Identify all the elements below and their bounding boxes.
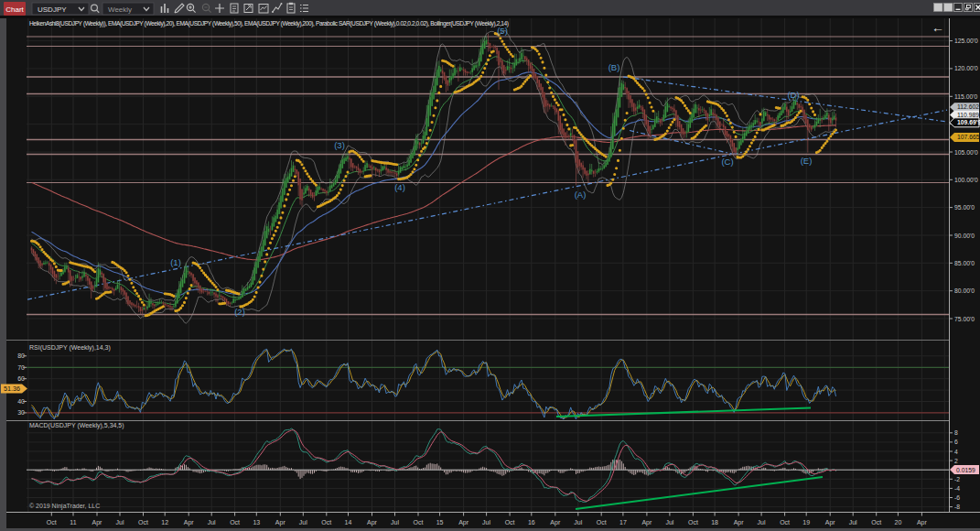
svg-text:(1): (1) [170, 257, 181, 267]
svg-text:17: 17 [619, 519, 627, 526]
svg-text:115.00'0: 115.00'0 [954, 93, 978, 100]
svg-text:19: 19 [802, 519, 810, 526]
svg-text:Jul: Jul [116, 519, 124, 526]
svg-text:Jul: Jul [208, 519, 216, 526]
svg-text:18: 18 [711, 519, 718, 526]
svg-text:8: 8 [954, 429, 958, 436]
svg-text:-6: -6 [954, 494, 960, 501]
svg-text:90.00'0: 90.00'0 [954, 233, 975, 239]
svg-text:2: 2 [954, 458, 958, 464]
svg-text:125.00'0: 125.00'0 [954, 38, 978, 44]
svg-text:Chart: Chart [5, 5, 24, 14]
svg-text:Jul: Jul [391, 519, 399, 526]
svg-text:Oct: Oct [321, 519, 331, 526]
svg-text:Jul: Jul [482, 519, 490, 526]
svg-text:Oct: Oct [138, 519, 148, 526]
svg-text:Jul: Jul [665, 519, 673, 526]
svg-text:11: 11 [70, 519, 76, 526]
svg-text:Apr: Apr [825, 519, 836, 526]
svg-text:(C): (C) [721, 157, 733, 167]
svg-text:105.00'0: 105.00'0 [954, 149, 978, 156]
svg-text:(B): (B) [608, 62, 620, 72]
svg-text:Apr: Apr [917, 519, 928, 526]
svg-text:Jul: Jul [574, 519, 582, 526]
svg-text:(5): (5) [497, 26, 508, 36]
svg-text:0.0159: 0.0159 [956, 467, 975, 473]
svg-text:(3): (3) [334, 140, 345, 150]
svg-text:RSI(USDJPY (Weekly),14,3): RSI(USDJPY (Weekly),14,3) [29, 344, 111, 352]
svg-text:USDJPY: USDJPY [38, 5, 67, 14]
svg-text:Oct: Oct [688, 519, 698, 526]
svg-text:112.602: 112.602 [957, 103, 979, 110]
svg-text:15: 15 [436, 519, 444, 526]
svg-text:Oct: Oct [230, 519, 240, 526]
svg-text:HeikenAshi8(USDJPY (Weekly)),: HeikenAshi8(USDJPY (Weekly)), EMA(USDJPY… [29, 20, 509, 27]
svg-text:Oct: Oct [597, 519, 607, 526]
svg-text:Weekly: Weekly [108, 5, 132, 14]
svg-text:13: 13 [253, 519, 260, 526]
svg-text:51.36: 51.36 [4, 385, 20, 393]
svg-text:14: 14 [345, 519, 352, 526]
svg-text:-8: -8 [954, 504, 960, 510]
svg-text:Apr: Apr [550, 519, 561, 526]
svg-text:Oct: Oct [505, 519, 515, 526]
svg-text:Jul: Jul [299, 519, 307, 526]
svg-text:(D): (D) [787, 90, 799, 100]
svg-text:110.989: 110.989 [957, 112, 979, 118]
svg-text:Apr: Apr [184, 519, 195, 526]
svg-text:(4): (4) [394, 182, 405, 192]
svg-text:75.00'0: 75.00'0 [954, 316, 975, 322]
svg-text:Apr: Apr [641, 519, 652, 526]
svg-text:Apr: Apr [367, 519, 378, 526]
svg-text:Oct: Oct [780, 519, 790, 526]
svg-text:(E): (E) [801, 156, 813, 166]
svg-text:12: 12 [161, 519, 168, 526]
svg-text:Apr: Apr [275, 519, 286, 526]
svg-text:109.69'9: 109.69'9 [957, 119, 980, 125]
svg-text:6: 6 [954, 439, 958, 445]
svg-text:© 2019 NinjaTrader, LLC: © 2019 NinjaTrader, LLC [29, 503, 100, 510]
svg-text:20: 20 [895, 519, 902, 526]
svg-text:Apr: Apr [92, 519, 103, 526]
svg-text:100.00'0: 100.00'0 [954, 177, 978, 183]
svg-text:95.00'0: 95.00'0 [954, 204, 975, 211]
svg-text:←: ← [932, 20, 944, 35]
svg-text:Apr: Apr [458, 519, 469, 526]
svg-text:(2): (2) [234, 307, 245, 317]
svg-text:(A): (A) [575, 190, 587, 200]
svg-text:107.665: 107.665 [957, 134, 980, 140]
svg-text:4: 4 [954, 449, 958, 455]
svg-text:120.00'0: 120.00'0 [954, 65, 978, 71]
svg-text:80.00'0: 80.00'0 [954, 287, 975, 294]
svg-text:Jul: Jul [849, 519, 857, 526]
svg-text:85.00'0: 85.00'0 [954, 260, 975, 266]
svg-text:Jul: Jul [758, 519, 766, 526]
svg-text:Apr: Apr [734, 519, 745, 526]
svg-text:MACD(USDJPY (Weekly),5,34,5): MACD(USDJPY (Weekly),5,34,5) [29, 422, 124, 429]
svg-text:16: 16 [528, 519, 535, 526]
svg-text:-2: -2 [954, 476, 960, 482]
svg-text:Oct: Oct [47, 519, 57, 526]
svg-text:Oct: Oct [871, 519, 881, 526]
svg-text:-4: -4 [954, 485, 960, 492]
svg-text:Oct: Oct [414, 519, 424, 526]
